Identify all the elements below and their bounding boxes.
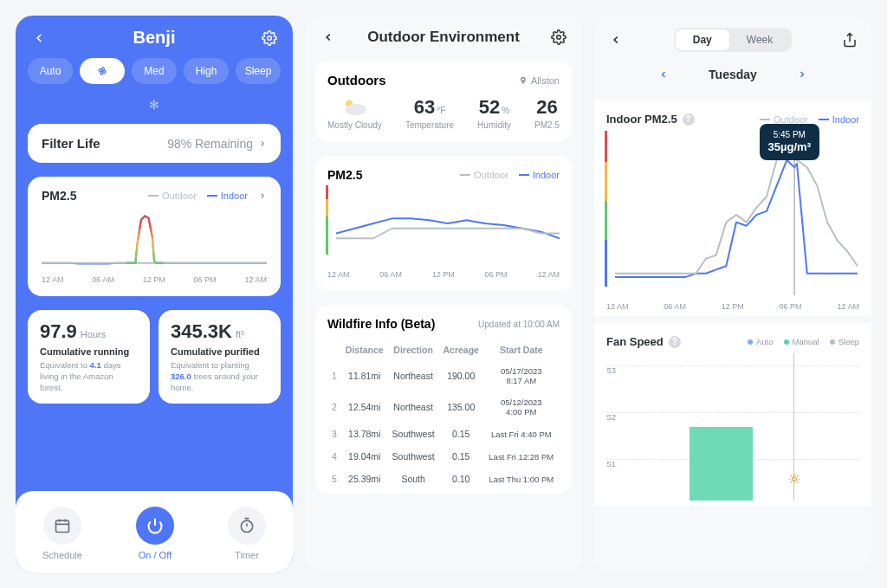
chevron-right-icon bbox=[258, 139, 267, 148]
svg-point-10 bbox=[557, 36, 561, 40]
aqi-scale-bar bbox=[326, 185, 328, 255]
fan-speed-section: Fan Speed? Auto Manual Sleep S3 S2 S1 bbox=[594, 323, 871, 506]
stat-label: Cumulative purified bbox=[171, 346, 269, 357]
pm25-chart bbox=[42, 206, 267, 268]
timer-button[interactable]: Timer bbox=[228, 507, 266, 560]
power-button[interactable]: On / Off bbox=[136, 507, 174, 560]
outdoor-panel: Outdoor Environment Outdoors Allston Mos… bbox=[305, 16, 582, 572]
svg-line-21 bbox=[797, 481, 798, 482]
pm25-legend: Outdoor Indoor bbox=[760, 114, 859, 125]
location-icon bbox=[519, 76, 528, 85]
table-row[interactable]: 419.04miSouthwest0.15Last Fri 12:28 PM bbox=[327, 445, 560, 468]
pm25-card[interactable]: PM2.5 Outdoor Indoor 12 AM06 AM12 PM06 P… bbox=[28, 177, 281, 296]
svg-point-7 bbox=[241, 520, 252, 532]
history-panel: Day Week Tuesday Indoor PM2.5? Outdoor I… bbox=[594, 16, 871, 572]
pm25-title: PM2.5 bbox=[42, 189, 76, 203]
mode-sleep[interactable]: Sleep bbox=[236, 58, 281, 84]
table-row[interactable]: 313.78miSouthwest0.15Last Fri 4:40 PM bbox=[327, 423, 560, 445]
back-button[interactable] bbox=[606, 30, 625, 49]
svg-point-0 bbox=[268, 36, 272, 40]
purified-card: 345.3Kft³ Cumulative purified Equivalent… bbox=[159, 310, 281, 404]
header: Outdoor Environment bbox=[305, 16, 582, 54]
settings-button[interactable] bbox=[549, 28, 568, 47]
back-button[interactable] bbox=[319, 28, 338, 47]
schedule-button[interactable]: Schedule bbox=[42, 507, 82, 560]
outdoors-card: Outdoors Allston Mostly Cloudy 63°F Temp… bbox=[315, 61, 572, 142]
section-title: Fan Speed? bbox=[606, 335, 681, 348]
stat-value: 97.9 bbox=[40, 320, 77, 342]
bottom-bar: Schedule On / Off Timer bbox=[16, 491, 293, 572]
wildfire-updated: Updated at 10:00 AM bbox=[478, 320, 560, 329]
temperature: 63°F Temperature bbox=[405, 96, 454, 130]
table-row[interactable]: 111.81miNortheast190.0005/17/2023 8:17 A… bbox=[327, 360, 560, 391]
svg-line-23 bbox=[797, 475, 798, 476]
prev-day-button[interactable] bbox=[658, 69, 669, 80]
stat-caption: Equivalent to planting 326.0 trees aroun… bbox=[171, 360, 269, 393]
fan-legend: Auto Manual Sleep bbox=[748, 337, 859, 346]
x-axis: 12 AM06 AM12 PM06 PM12 AM bbox=[42, 275, 267, 284]
location-label[interactable]: Allston bbox=[519, 75, 560, 86]
table-row[interactable]: 525.39miSouth0.10Last Thu 1:00 PM bbox=[327, 468, 560, 490]
back-button[interactable] bbox=[29, 29, 49, 48]
header: Day Week bbox=[594, 16, 871, 59]
help-icon[interactable]: ? bbox=[683, 113, 695, 126]
level-s2: S2 bbox=[606, 413, 616, 422]
running-hours-card: 97.9Hours Cumulative running Equivalent … bbox=[28, 310, 150, 404]
filter-life-value: 98% Remaining bbox=[167, 137, 267, 151]
pm25-legend: Outdoor Indoor bbox=[460, 170, 560, 180]
seg-week[interactable]: Week bbox=[729, 29, 790, 50]
mode-auto[interactable]: Auto bbox=[28, 58, 73, 84]
sun-icon bbox=[788, 473, 800, 485]
device-panel: Benji Auto Med High Sleep ✻ Filter Life … bbox=[16, 16, 293, 572]
pm25-title: PM2.5 bbox=[327, 168, 362, 182]
svg-line-20 bbox=[791, 475, 792, 476]
mode-high[interactable]: High bbox=[184, 58, 229, 84]
mode-med[interactable]: Med bbox=[132, 58, 177, 84]
wildfire-title: Wildfire Info (Beta) bbox=[327, 317, 435, 331]
x-axis: 12 AM06 AM12 PM06 PM12 AM bbox=[606, 302, 859, 311]
page-title: Benji bbox=[133, 28, 176, 48]
timer-icon bbox=[238, 517, 256, 534]
fan-icon bbox=[95, 64, 109, 78]
settings-button[interactable] bbox=[260, 29, 279, 48]
svg-point-15 bbox=[792, 477, 796, 481]
table-row[interactable]: 212.54miNortheast135.0005/12/2023 4:00 P… bbox=[327, 391, 560, 423]
svg-point-12 bbox=[346, 104, 366, 116]
day-picker: Tuesday bbox=[606, 62, 859, 90]
next-day-button[interactable] bbox=[797, 69, 807, 80]
chevron-right-icon bbox=[258, 191, 267, 200]
page-title: Outdoor Environment bbox=[367, 29, 520, 46]
pm25: 26 PM2.5 bbox=[534, 96, 560, 130]
pm25-card: PM2.5 Outdoor Indoor 12 AM06 AM12 PM06 P… bbox=[315, 156, 572, 291]
filter-life-card[interactable]: Filter Life 98% Remaining bbox=[28, 124, 281, 163]
mode-selector: Auto Med High Sleep bbox=[16, 55, 293, 93]
cloud-icon bbox=[340, 96, 369, 119]
svg-point-1 bbox=[101, 70, 103, 72]
fan-chart: S3 S2 S1 bbox=[606, 353, 859, 501]
mode-fan[interactable] bbox=[80, 58, 125, 84]
loading-icon: ✻ bbox=[16, 93, 293, 117]
filter-life-label: Filter Life bbox=[42, 136, 100, 151]
chart-tooltip: 5:45 PM 35µg/m³ bbox=[760, 124, 819, 160]
aqi-scale-bar bbox=[605, 131, 607, 287]
header: Benji bbox=[16, 16, 293, 55]
day-label: Tuesday bbox=[709, 68, 757, 81]
calendar-icon bbox=[54, 517, 71, 534]
stat-value: 345.3K bbox=[171, 320, 232, 342]
weather-condition: Mostly Cloudy bbox=[327, 96, 382, 130]
outdoors-title: Outdoors bbox=[327, 73, 386, 87]
range-segmented-control: Day Week bbox=[674, 28, 792, 52]
share-button[interactable] bbox=[840, 30, 859, 49]
seg-day[interactable]: Day bbox=[676, 29, 729, 50]
help-icon[interactable]: ? bbox=[669, 336, 681, 348]
level-s3: S3 bbox=[606, 366, 616, 375]
indoor-pm25-section: Indoor PM2.5? Outdoor Indoor 5:45 PM 35µ… bbox=[594, 100, 871, 316]
pm25-chart bbox=[613, 131, 859, 295]
pm25-chart bbox=[336, 185, 560, 263]
pm25-legend: Outdoor Indoor bbox=[148, 191, 267, 201]
section-title: Indoor PM2.5? bbox=[606, 113, 695, 126]
wildfire-card: Wildfire Info (Beta) Updated at 10:00 AM… bbox=[315, 305, 572, 494]
wildfire-table: DistanceDirectionAcreageStart Date 111.8… bbox=[327, 339, 560, 490]
fan-bar-manual bbox=[690, 427, 753, 501]
stat-caption: Equivalent to 4.1 days living in the Ama… bbox=[40, 360, 138, 393]
